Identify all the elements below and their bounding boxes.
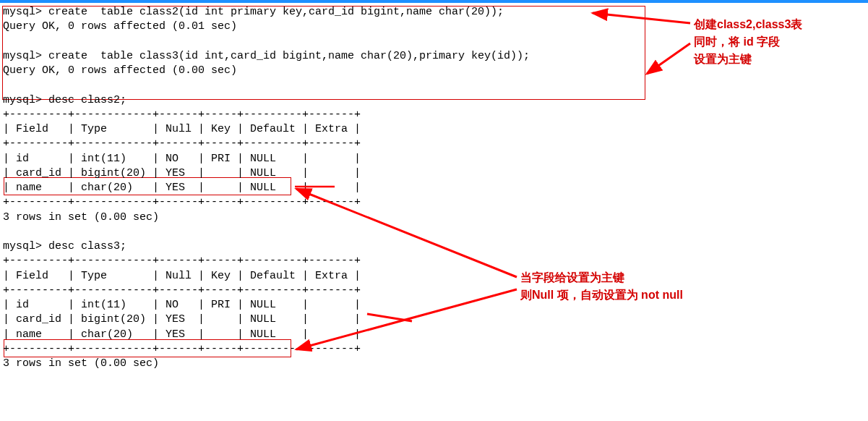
annotation-create-tables: 创建class2,class3表 同时，将 id 字段 设置为主键 (694, 16, 802, 68)
annotation-line: 则Null 项，自动设置为 not null (520, 286, 683, 304)
annotation-line: 当字段给设置为主键 (520, 269, 683, 286)
annotation-line: 设置为主键 (694, 51, 802, 68)
annotation-line: 创建class2,class3表 (694, 16, 802, 33)
annotation-null-primary-key: 当字段给设置为主键 则Null 项，自动设置为 not null (520, 269, 683, 304)
annotation-line: 同时，将 id 字段 (694, 33, 802, 51)
